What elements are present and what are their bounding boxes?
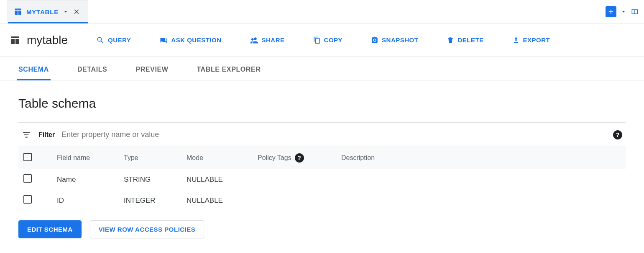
cell-field: Name [52,169,119,190]
add-tab-button[interactable] [606,6,616,17]
table-row: IDINTEGERNULLABLE [18,190,626,211]
filter-icon [22,130,31,139]
cell-field: ID [52,190,119,211]
copy-button[interactable]: COPY [308,33,348,47]
export-button[interactable]: EXPORT [507,33,555,47]
action-label: QUERY [108,36,131,44]
panel-icon[interactable] [631,8,639,16]
cell-description [336,169,626,190]
query-button[interactable]: QUERY [91,33,136,48]
action-label: DELETE [457,36,483,44]
tab-preview[interactable]: PREVIEW [134,59,170,80]
snapshot-icon [371,36,378,44]
delete-button[interactable]: DELETE [442,33,488,47]
title-row: mytable QUERY ASK QUESTION SHARE COPY SN… [0,23,644,57]
tab-table-explorer[interactable]: TABLE EXPLORER [195,59,262,80]
plus-icon [607,8,615,15]
col-field: Field name [52,147,119,169]
action-label: SHARE [262,36,285,44]
col-mode: Mode [181,147,253,169]
select-all-checkbox[interactable] [23,153,32,161]
col-type: Type [119,147,181,169]
cell-policy [253,190,336,211]
ask-icon [159,36,168,44]
tab-schema[interactable]: SCHEMA [17,59,51,80]
action-label: EXPORT [523,36,550,44]
action-label: COPY [324,36,343,44]
filter-row: Filter ? [18,122,626,147]
filter-input[interactable] [60,129,608,141]
help-icon[interactable]: ? [295,153,304,163]
row-checkbox[interactable] [23,174,32,183]
search-icon [96,36,105,44]
button-row: EDIT SCHEMA VIEW ROW ACCESS POLICIES [18,220,626,238]
cell-policy [253,169,336,190]
delete-icon [447,36,454,44]
ask-question-button[interactable]: ASK QUESTION [154,33,226,48]
close-icon[interactable] [73,8,80,15]
file-tab-label: MYTABLE [26,8,59,15]
file-tab-mytable[interactable]: MYTABLE [8,0,88,23]
copy-icon [313,36,321,44]
col-description: Description [336,147,626,169]
action-label: SNAPSHOT [382,36,418,44]
col-policy: Policy Tags ? [253,147,336,169]
chevron-down-icon[interactable] [63,9,69,15]
tab-strip: MYTABLE [0,0,644,23]
page-title: mytable [27,34,68,47]
schema-table: Field name Type Mode Policy Tags ? Descr… [18,147,626,211]
filter-label: Filter [38,131,55,139]
table-header-row: Field name Type Mode Policy Tags ? Descr… [18,147,626,169]
cell-type: STRING [119,169,181,190]
section-title: Table schema [18,96,626,111]
row-checkbox[interactable] [23,195,32,204]
help-icon[interactable]: ? [613,130,622,139]
chevron-down-icon[interactable] [621,9,626,15]
cell-description [336,190,626,211]
table-icon [14,8,22,16]
export-icon [512,36,520,44]
view-row-access-policies-button[interactable]: VIEW ROW ACCESS POLICIES [90,220,204,238]
edit-schema-button[interactable]: EDIT SCHEMA [18,220,82,238]
cell-mode: NULLABLE [181,169,253,190]
table-icon [10,35,20,45]
cell-type: INTEGER [119,190,181,211]
snapshot-button[interactable]: SNAPSHOT [366,33,423,47]
content: Table schema Filter ? Field name Type Mo… [0,80,644,250]
action-label: ASK QUESTION [171,36,221,44]
tab-details[interactable]: DETAILS [76,59,109,80]
sub-tabs: SCHEMA DETAILS PREVIEW TABLE EXPLORER [0,57,644,80]
table-row: NameSTRINGNULLABLE [18,169,626,190]
col-policy-label: Policy Tags [258,154,291,162]
share-icon [250,36,258,44]
share-button[interactable]: SHARE [245,33,290,48]
cell-mode: NULLABLE [181,190,253,211]
